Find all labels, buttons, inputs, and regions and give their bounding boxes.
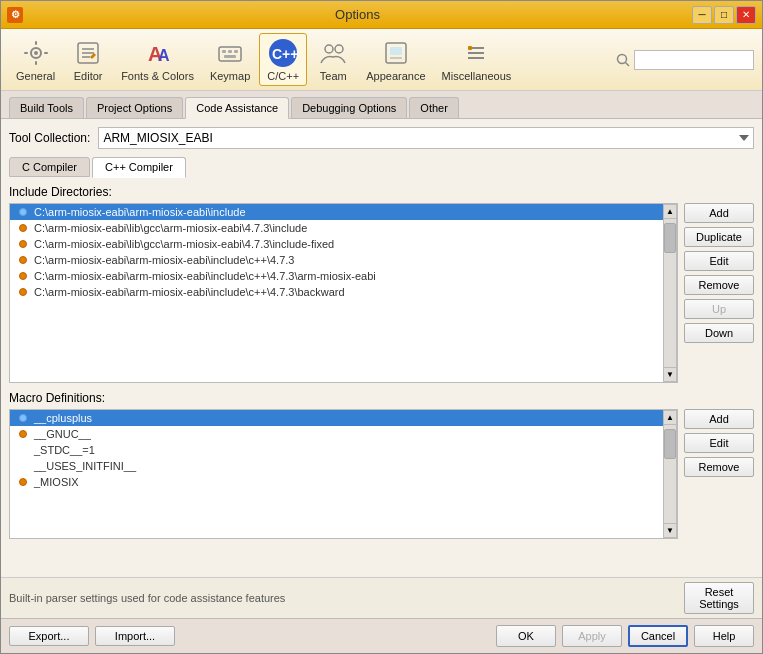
- toolbar-appearance[interactable]: Appearance: [359, 33, 432, 86]
- close-button[interactable]: ✕: [736, 6, 756, 24]
- macro-scrollbar[interactable]: ▲ ▼: [663, 410, 677, 538]
- search-icon: [616, 53, 630, 67]
- svg-rect-15: [234, 50, 238, 53]
- main-content: Tool Collection: ARM_MIOSIX_EABI C Compi…: [1, 119, 762, 577]
- tab-build-tools[interactable]: Build Tools: [9, 97, 84, 118]
- item-path: C:\arm-miosix-eabi\arm-miosix-eabi\inclu…: [34, 270, 376, 282]
- svg-rect-16: [224, 55, 236, 58]
- svg-line-29: [626, 62, 630, 66]
- macro-add-button[interactable]: Add: [684, 409, 754, 429]
- item-icon: [16, 271, 30, 281]
- toolbar-general[interactable]: General: [9, 33, 62, 86]
- main-tabs: Build Tools Project Options Code Assista…: [1, 91, 762, 119]
- scroll-down[interactable]: ▼: [664, 367, 676, 381]
- tab-other[interactable]: Other: [409, 97, 459, 118]
- svg-text:C++: C++: [272, 46, 298, 62]
- scroll-down[interactable]: ▼: [664, 523, 676, 537]
- item-path: C:\arm-miosix-eabi\lib\gcc\arm-miosix-ea…: [34, 238, 334, 250]
- apply-button[interactable]: Apply: [562, 625, 622, 647]
- tab-code-assistance[interactable]: Code Assistance: [185, 97, 289, 119]
- list-item[interactable]: C:\arm-miosix-eabi\lib\gcc\arm-miosix-ea…: [10, 220, 663, 236]
- miscellaneous-icon: [460, 37, 492, 69]
- item-icon: [16, 223, 30, 233]
- toolbar-team[interactable]: Team: [309, 33, 357, 86]
- item-path: C:\arm-miosix-eabi\arm-miosix-eabi\inclu…: [34, 206, 246, 218]
- include-down-button[interactable]: Down: [684, 323, 754, 343]
- sub-tab-cpp-compiler[interactable]: C++ Compiler: [92, 157, 186, 178]
- macro-edit-button[interactable]: Edit: [684, 433, 754, 453]
- toolbar-keymap[interactable]: Keymap: [203, 33, 257, 86]
- team-label: Team: [320, 70, 347, 82]
- editor-label: Editor: [74, 70, 103, 82]
- svg-point-28: [618, 54, 627, 63]
- item-icon: [16, 287, 30, 297]
- status-bar: Built-in parser settings used for code a…: [1, 577, 762, 618]
- sub-tab-c-compiler[interactable]: C Compiler: [9, 157, 90, 177]
- item-name: _STDC__=1: [34, 444, 95, 456]
- svg-rect-4: [24, 52, 28, 54]
- svg-rect-12: [219, 47, 241, 61]
- macro-definitions-label: Macro Definitions:: [9, 391, 754, 405]
- list-item[interactable]: C:\arm-miosix-eabi\arm-miosix-eabi\inclu…: [10, 268, 663, 284]
- help-button[interactable]: Help: [694, 625, 754, 647]
- include-directories-container: C:\arm-miosix-eabi\arm-miosix-eabi\inclu…: [9, 203, 754, 383]
- scrollbar-track: [664, 425, 676, 523]
- toolbar-cpp[interactable]: C++ C/C++: [259, 33, 307, 86]
- svg-point-1: [34, 51, 38, 55]
- toolbar-miscellaneous[interactable]: Miscellaneous: [435, 33, 519, 86]
- import-button[interactable]: Import...: [95, 626, 175, 646]
- include-add-button[interactable]: Add: [684, 203, 754, 223]
- search-input[interactable]: [634, 50, 754, 70]
- item-icon: [16, 429, 30, 439]
- window-title: Options: [23, 7, 692, 22]
- item-path: C:\arm-miosix-eabi\arm-miosix-eabi\inclu…: [34, 286, 345, 298]
- tab-debugging-options[interactable]: Debugging Options: [291, 97, 407, 118]
- cancel-button[interactable]: Cancel: [628, 625, 688, 647]
- list-item[interactable]: C:\arm-miosix-eabi\lib\gcc\arm-miosix-ea…: [10, 236, 663, 252]
- list-item[interactable]: _STDC__=1: [10, 442, 663, 458]
- toolbar-fonts-colors[interactable]: AA Fonts & Colors: [114, 33, 201, 86]
- options-window: ⚙ Options ─ □ ✕ General Editor AA Fonts …: [0, 0, 763, 654]
- reset-settings-button[interactable]: Reset Settings: [684, 582, 754, 614]
- minimize-button[interactable]: ─: [692, 6, 712, 24]
- ok-button[interactable]: OK: [496, 625, 556, 647]
- status-text: Built-in parser settings used for code a…: [9, 592, 285, 604]
- include-duplicate-button[interactable]: Duplicate: [684, 227, 754, 247]
- scroll-up[interactable]: ▲: [664, 205, 676, 219]
- include-dirs-scrollbar[interactable]: ▲ ▼: [663, 204, 677, 382]
- include-directories-label: Include Directories:: [9, 185, 754, 199]
- item-path: C:\arm-miosix-eabi\arm-miosix-eabi\inclu…: [34, 254, 294, 266]
- list-item[interactable]: __USES_INITFINI__: [10, 458, 663, 474]
- list-item[interactable]: __cplusplus: [10, 410, 663, 426]
- export-button[interactable]: Export...: [9, 626, 89, 646]
- tool-collection-select[interactable]: ARM_MIOSIX_EABI: [98, 127, 754, 149]
- macro-definitions-list[interactable]: __cplusplus __GNUC__ _STDC__=1 __US: [10, 410, 663, 538]
- fonts-colors-label: Fonts & Colors: [121, 70, 194, 82]
- svg-rect-13: [222, 50, 226, 53]
- list-item[interactable]: __GNUC__: [10, 426, 663, 442]
- include-remove-button[interactable]: Remove: [684, 275, 754, 295]
- include-edit-button[interactable]: Edit: [684, 251, 754, 271]
- item-name: __USES_INITFINI__: [34, 460, 136, 472]
- include-directories-list[interactable]: C:\arm-miosix-eabi\arm-miosix-eabi\inclu…: [10, 204, 663, 382]
- svg-point-19: [325, 45, 333, 53]
- svg-rect-14: [228, 50, 232, 53]
- list-item[interactable]: C:\arm-miosix-eabi\arm-miosix-eabi\inclu…: [10, 284, 663, 300]
- scroll-up[interactable]: ▲: [664, 411, 676, 425]
- item-icon: [16, 477, 30, 487]
- toolbar-editor[interactable]: Editor: [64, 33, 112, 86]
- fonts-colors-icon: AA: [142, 37, 174, 69]
- scrollbar-thumb[interactable]: [664, 223, 676, 253]
- item-icon: [16, 239, 30, 249]
- list-item[interactable]: C:\arm-miosix-eabi\arm-miosix-eabi\inclu…: [10, 252, 663, 268]
- title-bar: ⚙ Options ─ □ ✕: [1, 1, 762, 29]
- tab-project-options[interactable]: Project Options: [86, 97, 183, 118]
- item-path: C:\arm-miosix-eabi\lib\gcc\arm-miosix-ea…: [34, 222, 307, 234]
- maximize-button[interactable]: □: [714, 6, 734, 24]
- list-item[interactable]: C:\arm-miosix-eabi\arm-miosix-eabi\inclu…: [10, 204, 663, 220]
- cpp-label: C/C++: [267, 70, 299, 82]
- scrollbar-thumb[interactable]: [664, 429, 676, 459]
- include-up-button[interactable]: Up: [684, 299, 754, 319]
- macro-remove-button[interactable]: Remove: [684, 457, 754, 477]
- list-item[interactable]: _MIOSIX: [10, 474, 663, 490]
